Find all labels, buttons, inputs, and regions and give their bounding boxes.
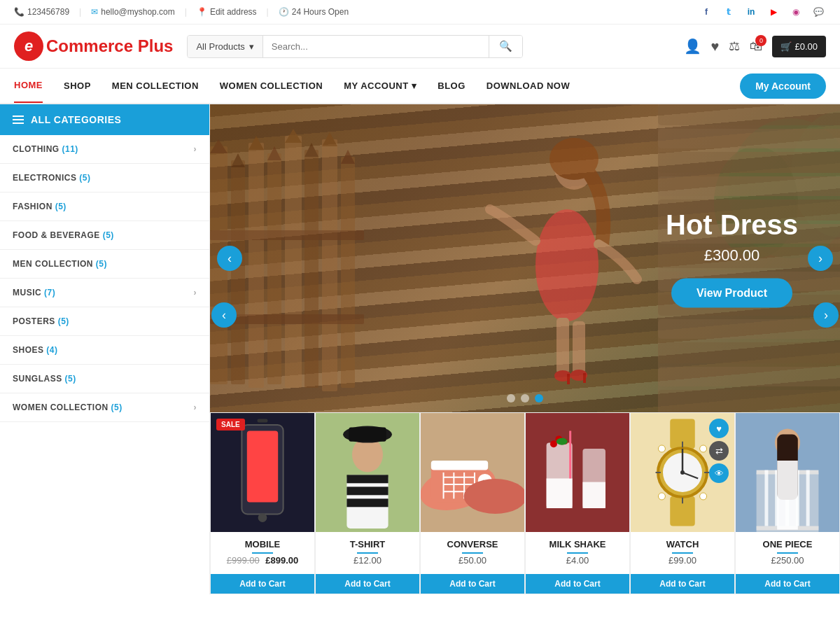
product-name-mobile: MOBILE [216,539,309,550]
compare-icon[interactable]: ⚖ [729,38,740,54]
view-product-button[interactable]: View Product [671,279,792,308]
svg-point-37 [536,209,598,321]
add-to-cart-watch[interactable]: Add to Cart [631,574,734,594]
product-image-milkshake [526,413,629,532]
svg-point-70 [464,479,524,514]
slider-dot-2[interactable] [521,394,529,402]
svg-point-79 [556,438,568,445]
sidebar-item-sunglass[interactable]: SUNGLASS (5) [0,365,209,393]
product-name-onepiece: ONE PIECE [741,539,834,550]
products-row: SALE MOBILE £999.00 £899.00 Add to Cart [210,412,840,594]
products-prev-button[interactable]: ‹ [211,302,237,328]
search-button[interactable]: 🔍 [489,36,522,57]
product-image-tshirt [316,413,419,532]
svg-rect-39 [573,321,585,374]
orders-icon[interactable]: 🛍 0 [750,39,762,54]
divider-watch [672,552,693,554]
product-name-watch: WATCH [636,539,729,550]
wishlist-action-watch[interactable]: ♥ [709,419,729,438]
whatsapp-link[interactable]: 💬 [811,4,826,20]
svg-rect-75 [582,482,606,508]
product-info-mobile: MOBILE £999.00 £899.00 [211,532,314,570]
search-bar: All Products ▾ 🔍 [187,35,523,58]
logo-text: Commerce Plus [46,36,173,56]
youtube-link[interactable]: ▶ [766,4,781,20]
nav-download[interactable]: DOWNLOAD NOW [486,69,570,102]
cart-button[interactable]: 🛒 £0.00 [772,36,826,57]
location-icon: 📍 [197,7,207,17]
svg-rect-80 [569,431,571,479]
wishlist-icon[interactable]: ♥ [711,38,720,55]
product-name-milkshake: MILK SHAKE [531,539,624,550]
sidebar-item-clothing[interactable]: CLOTHING (11) › [0,135,209,164]
hero-price: £300.00 [666,246,798,265]
my-account-button[interactable]: My Account [740,74,826,99]
sidebar-item-electronics[interactable]: ELECTRONICS (5) [0,164,209,192]
main-nav: HOME SHOP MEN COLLECTION WOMEN COLLECTIO… [0,69,840,104]
sidebar-item-men-collection[interactable]: MEN COLLECTION (5) [0,250,209,279]
search-input[interactable] [263,36,489,57]
hero-slider: Hot Dress £300.00 View Product ‹ › [210,104,840,412]
hero-title: Hot Dress [666,209,798,241]
add-to-cart-tshirt[interactable]: Add to Cart [316,574,419,594]
slider-dot-3[interactable] [535,394,543,402]
social-links: f 𝕥 in ▶ ◉ 💬 [699,4,826,20]
hero-background: Hot Dress £300.00 View Product [210,104,840,412]
sidebar-item-food-beverage[interactable]: FOOD & BEVERAGE (5) [0,221,209,250]
nav-shop[interactable]: SHOP [64,69,91,102]
facebook-link[interactable]: f [699,4,714,20]
slider-prev-button[interactable]: ‹ [217,246,242,271]
slider-dot-1[interactable] [507,394,515,402]
sidebar-item-women-collection[interactable]: WOMEN COLLECTION (5) › [0,393,209,422]
svg-rect-25 [658,176,840,196]
products-next-button[interactable]: › [813,302,839,328]
edit-address-link[interactable]: Edit address [210,7,257,17]
svg-rect-38 [556,318,569,374]
sidebar-item-posters[interactable]: POSTERS (5) [0,307,209,336]
sidebar-item-fashion[interactable]: FASHION (5) [0,192,209,221]
nav-women-collection[interactable]: WOMEN COLLECTION [220,69,323,102]
sidebar-header: ALL CATEGORIES [0,104,209,135]
svg-rect-4 [248,143,264,388]
sidebar-item-shoes[interactable]: SHOES (4) [0,336,209,365]
logo[interactable]: e Commerce Plus [14,31,173,61]
svg-point-95 [658,493,665,500]
slider-next-button[interactable]: › [808,246,833,271]
add-to-cart-converse[interactable]: Add to Cart [421,574,524,594]
divider-converse [462,552,483,554]
compare-action-watch[interactable]: ⇄ [709,441,729,461]
product-info-onepiece: ONE PIECE £250.00 [736,532,839,570]
account-icon[interactable]: 👤 [684,38,701,55]
product-image-mobile [211,413,314,532]
divider-milkshake [567,552,588,554]
add-to-cart-mobile[interactable]: Add to Cart [211,574,314,594]
add-to-cart-milkshake[interactable]: Add to Cart [526,574,629,594]
svg-rect-16 [210,230,364,240]
svg-rect-108 [777,461,798,530]
category-dropdown[interactable]: All Products ▾ [188,36,262,57]
main-layout: ALL CATEGORIES CLOTHING (11) › ELECTRONI… [0,104,840,594]
header-icons: 👤 ♥ ⚖ 🛍 0 🛒 £0.00 [684,36,826,57]
svg-rect-71 [526,413,629,532]
sidebar-item-music[interactable]: MUSIC (7) › [0,279,209,307]
product-image-converse: ★ [421,413,524,532]
nav-my-account[interactable]: MY ACCOUNT ▾ [344,69,416,102]
nav-blog[interactable]: BLOG [438,69,465,102]
linkedin-link[interactable]: in [743,4,759,20]
nav-men-collection[interactable]: MEN COLLECTION [112,69,199,102]
twitter-link[interactable]: 𝕥 [721,4,736,20]
view-action-watch[interactable]: 👁 [709,463,729,483]
watch-action-icons: ♥ ⇄ 👁 [709,419,729,483]
add-to-cart-onepiece[interactable]: Add to Cart [736,574,839,594]
nav-dropdown-icon: ▾ [412,80,417,91]
instagram-link[interactable]: ◉ [788,4,804,20]
svg-rect-105 [806,470,810,526]
svg-rect-55 [346,486,388,495]
svg-rect-10 [304,150,318,388]
svg-point-96 [700,493,707,500]
hero-content: Hot Dress £300.00 View Product [666,209,798,308]
nav-home[interactable]: HOME [14,69,43,103]
svg-rect-12 [322,139,337,391]
svg-rect-34 [658,390,840,412]
product-price-watch: £99.00 [636,555,729,566]
